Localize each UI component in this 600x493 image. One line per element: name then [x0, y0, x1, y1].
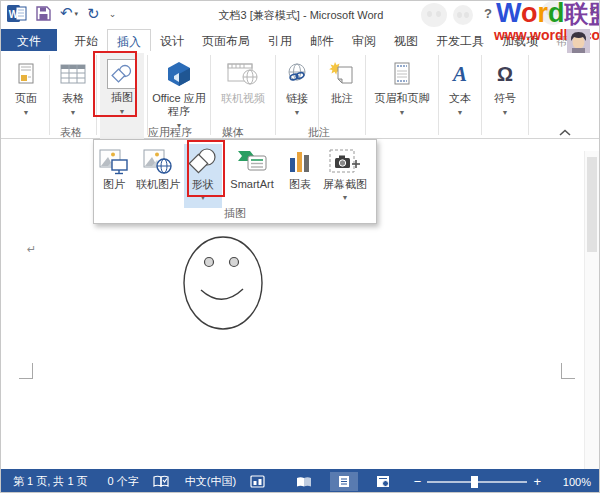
menu-item-pictures[interactable]: 图片	[96, 144, 132, 191]
dropdown-arrow-icon: ▼	[70, 106, 77, 119]
zoom-slider[interactable]	[427, 481, 527, 483]
comment-label: 批注	[331, 92, 353, 105]
group-divider	[275, 55, 276, 135]
word-app-icon[interactable]: W	[7, 4, 27, 23]
group-divider	[528, 55, 529, 135]
illustrations-label: 插图	[111, 91, 133, 104]
tab-file[interactable]: 文件	[1, 29, 57, 51]
table-icon	[60, 56, 86, 92]
table-button[interactable]: 表格 ▼	[53, 53, 93, 119]
screenshot-icon	[328, 146, 362, 178]
tab-page-layout[interactable]: 页面布局	[193, 29, 259, 51]
zoom-level[interactable]: 100%	[557, 476, 591, 488]
symbols-icon: Ω	[497, 56, 513, 92]
ribbon: 页面 ▼ 表格 ▼	[1, 51, 600, 139]
menu-item-screenshot[interactable]: 屏幕截图 ▼	[318, 144, 372, 204]
title-bar: W ↶ ▾ ↻ ⌄ 文档3 [兼容模式] - Microsoft Word ? …	[1, 1, 600, 29]
group-divider	[210, 55, 211, 135]
zoom-out-button[interactable]: −	[414, 474, 422, 489]
read-mode-button[interactable]	[288, 473, 320, 491]
menu-item-online-pictures[interactable]: 联机图片	[132, 144, 184, 191]
window-title: 文档3 [兼容模式] - Microsoft Word	[151, 8, 451, 23]
office-apps-button[interactable]: Office 应用程序 ▼	[151, 53, 207, 132]
close-icon[interactable]: ×	[589, 3, 597, 18]
table-label: 表格	[62, 92, 84, 105]
help-icon[interactable]: ?	[484, 6, 492, 21]
group-label-table: 表格	[50, 125, 92, 140]
group-divider	[438, 55, 439, 135]
smartart-label: SmartArt	[230, 178, 273, 191]
zoom-slider-thumb[interactable]	[471, 476, 478, 488]
menu-item-chart[interactable]: 图表	[282, 144, 318, 191]
online-video-icon	[227, 56, 259, 92]
chart-icon	[287, 146, 313, 178]
links-button[interactable]: 链接 ▼	[279, 53, 315, 119]
text-label: 文本	[449, 92, 471, 105]
group-divider	[365, 55, 366, 135]
group-label-media: 媒体	[207, 125, 259, 140]
header-footer-button[interactable]: 页眉和页脚 ▼	[369, 53, 435, 119]
tab-references[interactable]: 引用	[259, 29, 301, 51]
office-apps-label: Office 应用程序	[151, 92, 207, 118]
language-indicator[interactable]: 中文(中国)	[185, 474, 236, 489]
text-icon: A	[453, 56, 467, 92]
symbols-button[interactable]: Ω 符号 ▼	[485, 53, 525, 119]
tab-addins[interactable]: 加载项	[493, 29, 547, 51]
page-indicator[interactable]: 第 1 页, 共 1 页	[13, 474, 88, 489]
pages-button[interactable]: 页面 ▼	[6, 53, 46, 119]
illustrations-icon	[107, 59, 137, 89]
screenshot-label: 屏幕截图	[323, 178, 367, 191]
shapes-label: 形状	[192, 178, 214, 191]
dropdown-arrow-icon: ▼	[342, 191, 349, 204]
dropdown-arrow-icon: ▼	[119, 105, 126, 118]
proofing-icon[interactable]	[153, 475, 169, 488]
tab-view[interactable]: 视图	[385, 29, 427, 51]
group-divider	[318, 55, 319, 135]
margin-cropmark-topright	[561, 363, 575, 379]
quick-access-toolbar: W ↶ ▾ ↻ ⌄	[7, 4, 116, 23]
macro-record-icon[interactable]	[250, 475, 265, 488]
svg-text:W: W	[9, 9, 19, 20]
dropdown-arrow-icon: ▼	[294, 106, 301, 119]
online-video-button[interactable]: 联机视频	[214, 53, 272, 105]
tab-insert[interactable]: 插入	[107, 29, 151, 51]
save-icon[interactable]	[36, 6, 51, 21]
scrollbar-thumb[interactable]	[587, 157, 597, 252]
smiley-left-eye	[205, 258, 214, 267]
tab-review[interactable]: 审阅	[343, 29, 385, 51]
comment-button[interactable]: 批注	[322, 53, 362, 105]
tab-mailings[interactable]: 邮件	[301, 29, 343, 51]
smartart-icon	[236, 146, 268, 178]
vertical-scrollbar[interactable]	[584, 151, 599, 469]
online-pictures-icon	[143, 146, 173, 178]
undo-icon[interactable]: ↶ ▾	[60, 4, 78, 23]
text-button[interactable]: A 文本 ▼	[442, 53, 478, 119]
tab-home[interactable]: 开始	[65, 29, 107, 51]
symbols-label: 符号	[494, 92, 516, 105]
group-divider	[49, 55, 50, 135]
menu-item-smartart[interactable]: SmartArt	[222, 144, 282, 191]
chart-label: 图表	[289, 178, 311, 191]
group-divider	[147, 55, 148, 135]
tab-design[interactable]: 设计	[151, 29, 193, 51]
customize-qat-icon[interactable]: ⌄	[109, 5, 117, 23]
print-layout-button[interactable]	[330, 472, 358, 491]
smiley-face-shape[interactable]	[171, 229, 281, 341]
tab-developer[interactable]: 开发工具	[427, 29, 493, 51]
dropdown-arrow-icon: ▼	[23, 106, 30, 119]
dropdown-arrow-icon: ▼	[457, 106, 464, 119]
header-footer-icon	[392, 56, 412, 92]
illustrations-button[interactable]: 插图 ▼	[100, 53, 144, 139]
word-count[interactable]: 0 个字	[108, 474, 139, 489]
ribbon-tab-bar: 文件 开始 插入 设计 页面布局 引用 邮件 审阅 视图 开发工具 加载项 帮助	[1, 29, 600, 51]
comment-icon	[328, 56, 356, 92]
pictures-icon	[99, 146, 129, 178]
menu-item-shapes[interactable]: 形状 ▼	[184, 144, 222, 208]
menu-group-label: 插图	[94, 206, 376, 221]
group-label-apps: 应用程序	[142, 125, 198, 140]
zoom-in-button[interactable]: +	[533, 474, 541, 489]
ghost-decoration	[541, 1, 565, 25]
status-bar: 第 1 页, 共 1 页 0 个字 中文(中国)	[1, 469, 600, 493]
redo-icon[interactable]: ↻	[87, 5, 100, 23]
web-layout-button[interactable]	[368, 472, 398, 491]
